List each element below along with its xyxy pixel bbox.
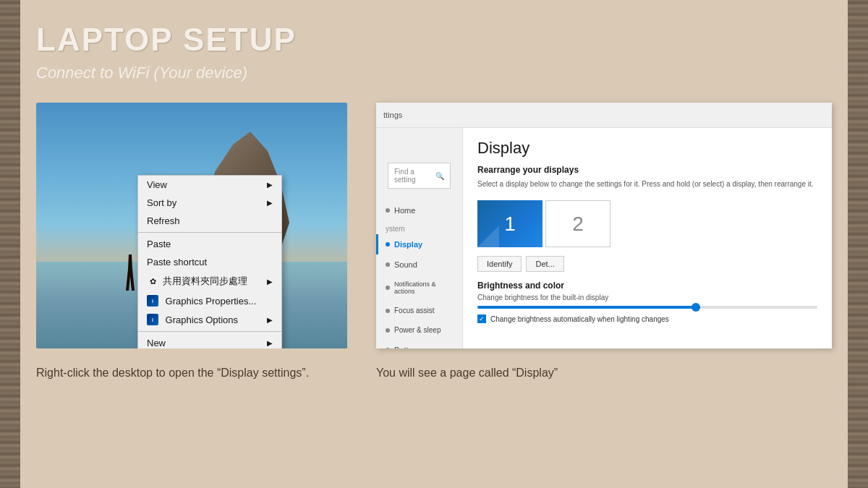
sidebar-item-sound[interactable]: Sound [376, 254, 462, 275]
settings-rearrange-title: Rearrange your displays [477, 165, 817, 175]
sidebar-dot [386, 208, 390, 213]
sidebar-label-notifications: Notifications & actions [394, 281, 455, 295]
menu-item-new-label: New [147, 338, 166, 348]
menu-item-new[interactable]: New ▶ [138, 334, 281, 348]
page-subtitle: Connect to WiFi (Your device) [36, 64, 832, 82]
menu-item-sortby-label: Sort by [147, 197, 176, 208]
sidebar-dot-focus [386, 309, 390, 313]
brightness-section-title: Brightness and color [477, 281, 817, 291]
sidebar-label-power: Power & sleep [394, 326, 441, 334]
display-box-2[interactable]: 2 [545, 200, 610, 247]
sidebar-label-battery: Battery [394, 346, 420, 348]
captions-row: Right-click the desktop to open the “Dis… [36, 364, 832, 382]
settings-window: ttings Find a setting 🔍 Home [376, 103, 832, 348]
menu-arrow-graphics: ▶ [267, 316, 273, 324]
sidebar-label-display: Display [394, 240, 422, 249]
settings-search-wrapper: Find a setting 🔍 [376, 163, 462, 200]
menu-item-paste-shortcut-label: Paste shortcut [147, 257, 207, 267]
sidebar-item-power[interactable]: Power & sleep [376, 320, 462, 340]
sidebar-dot-notif [386, 286, 390, 290]
menu-item-view-label: View [147, 179, 167, 190]
sidebar-item-battery[interactable]: Battery [376, 340, 462, 348]
settings-topbar-title: ttings [383, 111, 402, 119]
intel-icon-2: i [147, 314, 158, 325]
sidebar-label-home: Home [394, 206, 415, 215]
menu-item-graphics-props-content: i Graphics Properties... [147, 295, 256, 307]
display-2-number: 2 [572, 213, 584, 236]
sidebar-dot-display [386, 242, 390, 247]
settings-topbar: ttings [376, 103, 832, 128]
settings-main-panel: Display Rearrange your displays Select a… [463, 128, 832, 348]
sidebar-item-focus[interactable]: Focus assist [376, 301, 462, 320]
settings-search[interactable]: Find a setting 🔍 [388, 163, 451, 189]
settings-rearrange-desc: Select a display below to change the set… [477, 179, 817, 189]
detect-button[interactable]: Det... [526, 256, 563, 272]
brightness-description: Change brightness for the built-in displ… [477, 294, 817, 301]
sidebar-item-system-header: ystem [376, 221, 462, 234]
menu-item-paste-label: Paste [147, 239, 171, 249]
menu-arrow: ▶ [267, 181, 273, 189]
menu-item-sync-content: ✿ 共用資料夾同步處理 [147, 275, 247, 288]
menu-arrow-sortby: ▶ [267, 199, 273, 207]
search-icon: 🔍 [435, 172, 444, 180]
main-content: LAPTOP SETUP Connect to WiFi (Your devic… [22, 0, 846, 488]
search-placeholder-text: Find a setting [394, 168, 433, 184]
menu-separator-1 [138, 232, 281, 233]
brightness-auto-checkbox[interactable] [477, 314, 486, 323]
display-boxes: 1 2 [477, 200, 817, 247]
caption-left: Right-click the desktop to open the “Dis… [36, 364, 347, 382]
page-title: LAPTOP SETUP [36, 22, 832, 58]
display-box-1[interactable]: 1 [477, 200, 542, 247]
brightness-auto-checkbox-row: Change brightness automatically when lig… [477, 314, 817, 323]
brightness-thumb [692, 303, 700, 312]
brightness-fill [477, 306, 699, 309]
menu-item-graphics-options-content: i Graphics Options [147, 314, 238, 325]
sidebar-item-display[interactable]: Display [376, 234, 462, 254]
sidebar-item-notifications[interactable]: Notifications & actions [376, 275, 462, 301]
sidebar-dot-sound [386, 262, 390, 267]
menu-arrow-sync: ▶ [267, 278, 273, 286]
display-action-buttons: Identify Det... [477, 256, 817, 272]
brightness-auto-label: Change brightness automatically when lig… [490, 315, 669, 323]
menu-arrow-new: ▶ [267, 339, 273, 347]
screenshot-left: View ▶ Sort by ▶ Refresh Paste Paste sho… [36, 103, 347, 348]
display-1-number: 1 [504, 213, 516, 236]
settings-sidebar: Find a setting 🔍 Home ystem Display [376, 128, 463, 348]
menu-item-sortby[interactable]: Sort by ▶ [138, 194, 281, 212]
identify-button[interactable]: Identify [477, 256, 522, 272]
brightness-slider[interactable] [477, 306, 817, 309]
menu-item-graphics-options[interactable]: i Graphics Options ▶ [138, 310, 281, 329]
sidebar-dot-battery [386, 348, 390, 348]
settings-display-title: Display [477, 139, 817, 158]
sidebar-item-home[interactable]: Home [376, 200, 462, 221]
sidebar-label-sound: Sound [394, 260, 417, 269]
menu-item-graphics-props[interactable]: i Graphics Properties... [138, 291, 281, 310]
settings-body: Find a setting 🔍 Home ystem Display [376, 128, 832, 348]
menu-item-view[interactable]: View ▶ [138, 176, 281, 194]
menu-item-sync[interactable]: ✿ 共用資料夾同步處理 ▶ [138, 271, 281, 291]
context-menu: View ▶ Sort by ▶ Refresh Paste Paste sho… [137, 175, 282, 348]
intel-icon: i [147, 295, 158, 307]
sidebar-label-focus: Focus assist [394, 307, 435, 314]
left-torn-edge [0, 0, 20, 488]
menu-item-refresh[interactable]: Refresh [138, 212, 281, 230]
menu-separator-2 [138, 331, 281, 332]
sidebar-dot-power [386, 328, 390, 333]
share-icon: ✿ [147, 275, 158, 287]
caption-right: You will see a page called “Display” [376, 364, 832, 382]
menu-item-paste-shortcut[interactable]: Paste shortcut [138, 253, 281, 271]
right-torn-edge [848, 0, 868, 488]
screenshots-row: View ▶ Sort by ▶ Refresh Paste Paste sho… [36, 103, 832, 348]
menu-item-refresh-label: Refresh [147, 215, 180, 226]
menu-item-paste[interactable]: Paste [138, 235, 281, 253]
